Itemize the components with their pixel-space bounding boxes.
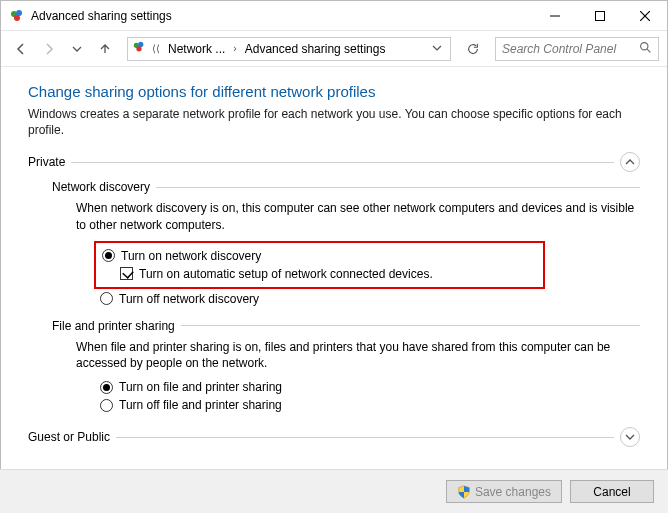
cancel-button[interactable]: Cancel xyxy=(570,480,654,503)
section-divider xyxy=(156,187,640,188)
address-dropdown[interactable] xyxy=(428,43,446,55)
radio-icon xyxy=(100,292,113,305)
search-icon xyxy=(639,41,652,57)
radio-turn-on-network-discovery[interactable]: Turn on network discovery xyxy=(102,248,433,264)
section-private-label: Private xyxy=(28,155,71,169)
page-description: Windows creates a separate network profi… xyxy=(28,106,640,138)
cancel-label: Cancel xyxy=(593,485,630,499)
svg-point-2 xyxy=(14,15,20,21)
radio-label: Turn off network discovery xyxy=(119,292,259,306)
close-button[interactable] xyxy=(622,1,667,30)
highlight-box: Turn on network discovery Turn on automa… xyxy=(94,241,545,289)
chevron-down-icon[interactable] xyxy=(620,427,640,447)
back-button[interactable] xyxy=(9,37,33,61)
save-changes-button[interactable]: Save changes xyxy=(446,480,562,503)
radio-turn-off-network-discovery[interactable]: Turn off network discovery xyxy=(100,291,640,307)
radio-label: Turn off file and printer sharing xyxy=(119,398,282,412)
radio-icon xyxy=(102,249,115,262)
section-divider xyxy=(116,437,614,438)
recent-locations-button[interactable] xyxy=(65,37,89,61)
refresh-button[interactable] xyxy=(461,37,485,61)
forward-button[interactable] xyxy=(37,37,61,61)
control-panel-icon xyxy=(132,40,146,57)
control-panel-icon xyxy=(9,8,25,24)
file-printer-title: File and printer sharing xyxy=(52,319,181,333)
search-input[interactable]: Search Control Panel xyxy=(495,37,659,61)
svg-rect-4 xyxy=(595,11,604,20)
radio-icon xyxy=(100,381,113,394)
radio-label: Turn on file and printer sharing xyxy=(119,380,282,394)
svg-line-11 xyxy=(647,49,650,52)
nav-bar: ⟨⟨ Network ... › Advanced sharing settin… xyxy=(1,31,667,67)
checkbox-icon xyxy=(120,267,133,280)
section-guest-header[interactable]: Guest or Public xyxy=(28,427,640,447)
shield-icon xyxy=(457,485,471,499)
page-title: Change sharing options for different net… xyxy=(28,83,640,100)
address-bar[interactable]: ⟨⟨ Network ... › Advanced sharing settin… xyxy=(127,37,451,61)
checkbox-auto-setup[interactable]: Turn on automatic setup of network conne… xyxy=(120,266,433,282)
network-discovery-title: Network discovery xyxy=(52,180,156,194)
breadcrumb-item-network[interactable]: Network ... xyxy=(166,42,227,56)
save-changes-label: Save changes xyxy=(475,485,551,499)
section-private-header[interactable]: Private xyxy=(28,152,640,172)
footer-bar: Save changes Cancel xyxy=(0,469,668,513)
section-guest-label: Guest or Public xyxy=(28,430,116,444)
network-discovery-header: Network discovery xyxy=(52,180,640,194)
file-printer-desc: When file and printer sharing is on, fil… xyxy=(76,339,640,371)
breadcrumb-sep[interactable]: ⟨⟨ xyxy=(150,43,162,54)
network-discovery-desc: When network discovery is on, this compu… xyxy=(76,200,640,232)
section-divider xyxy=(71,162,614,163)
titlebar: Advanced sharing settings xyxy=(1,1,667,31)
checkbox-label: Turn on automatic setup of network conne… xyxy=(139,267,433,281)
section-divider xyxy=(181,325,640,326)
svg-point-10 xyxy=(641,42,648,49)
radio-icon xyxy=(100,399,113,412)
search-placeholder: Search Control Panel xyxy=(502,42,639,56)
breadcrumb-item-advanced[interactable]: Advanced sharing settings xyxy=(243,42,388,56)
chevron-right-icon[interactable]: › xyxy=(231,43,238,54)
radio-label: Turn on network discovery xyxy=(121,249,261,263)
minimize-button[interactable] xyxy=(532,1,577,30)
up-button[interactable] xyxy=(93,37,117,61)
chevron-up-icon[interactable] xyxy=(620,152,640,172)
content-area: Change sharing options for different net… xyxy=(0,67,668,469)
radio-turn-off-file-printer[interactable]: Turn off file and printer sharing xyxy=(100,397,640,413)
svg-point-9 xyxy=(136,46,141,51)
file-printer-header: File and printer sharing xyxy=(52,319,640,333)
window-title: Advanced sharing settings xyxy=(31,9,532,23)
radio-turn-on-file-printer[interactable]: Turn on file and printer sharing xyxy=(100,379,640,395)
maximize-button[interactable] xyxy=(577,1,622,30)
